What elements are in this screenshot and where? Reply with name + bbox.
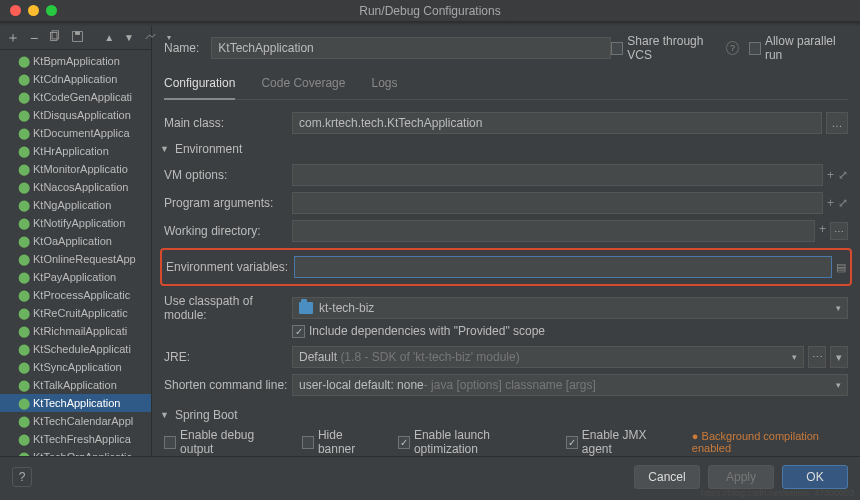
main-class-input[interactable] — [292, 112, 822, 134]
config-item-label: KtBpmApplication — [33, 55, 120, 67]
name-input[interactable] — [211, 37, 611, 59]
config-item-label: KtTalkApplication — [33, 379, 117, 391]
classpath-module-dropdown[interactable]: kt-tech-biz — [292, 297, 848, 319]
config-item-label: KtTechApplication — [33, 397, 120, 409]
config-item-label: KtReCruitApplicatic — [33, 307, 128, 319]
chevron-down-icon: ▼ — [160, 410, 169, 420]
spring-boot-icon: ⬤ — [18, 451, 30, 457]
expand-field-icon[interactable]: ⤢ — [838, 168, 848, 182]
collapse-all-icon[interactable]: ▼ — [124, 32, 134, 43]
config-item-ktrichmailapplicati[interactable]: ⬤KtRichmailApplicati — [0, 322, 151, 340]
config-item-label: KtTechCalendarAppl — [33, 415, 133, 427]
remove-config-icon[interactable]: − — [30, 30, 38, 46]
config-item-kttechapplication[interactable]: ⬤KtTechApplication — [0, 394, 151, 412]
config-item-label: KtNotifyApplication — [33, 217, 125, 229]
config-tree[interactable]: ⬤KtBpmApplication⬤KtCdnApplication⬤KtCod… — [0, 50, 151, 456]
config-item-ktnotifyapplication[interactable]: ⬤KtNotifyApplication — [0, 214, 151, 232]
config-item-ktscheduleapplicati[interactable]: ⬤KtScheduleApplicati — [0, 340, 151, 358]
enable-launch-opt-checkbox[interactable]: Enable launch optimization — [398, 428, 546, 456]
enable-debug-checkbox[interactable]: Enable debug output — [164, 428, 282, 456]
config-item-ktdocumentapplica[interactable]: ⬤KtDocumentApplica — [0, 124, 151, 142]
config-item-ktrecruitapplicatic[interactable]: ⬤KtReCruitApplicatic — [0, 304, 151, 322]
share-vcs-help-icon[interactable]: ? — [726, 41, 739, 55]
shorten-cmd-label: Shorten command line: — [164, 378, 292, 392]
shorten-cmd-dropdown[interactable]: user-local default: none - java [options… — [292, 374, 848, 396]
apply-button[interactable]: Apply — [708, 465, 774, 489]
hide-banner-checkbox[interactable]: Hide banner — [302, 428, 378, 456]
config-item-ktonlinerequestapp[interactable]: ⬤KtOnlineRequestApp — [0, 250, 151, 268]
config-item-ktcodegenapplicati[interactable]: ⬤KtCodeGenApplicati — [0, 88, 151, 106]
config-item-ktngapplication[interactable]: ⬤KtNgApplication — [0, 196, 151, 214]
edit-env-vars-icon[interactable]: ▤ — [836, 261, 846, 274]
module-icon — [299, 302, 313, 314]
config-item-kttechorgapplicatic[interactable]: ⬤KtTechOrgApplicatic — [0, 448, 151, 456]
config-item-label: KtRichmailApplicati — [33, 325, 127, 337]
config-item-ktcdnapplication[interactable]: ⬤KtCdnApplication — [0, 70, 151, 88]
browse-jre-button[interactable]: ⋯ — [808, 346, 826, 368]
spring-boot-icon: ⬤ — [18, 55, 30, 68]
config-item-label: KtCdnApplication — [33, 73, 117, 85]
allow-parallel-checkbox[interactable]: Allow parallel run — [749, 34, 848, 62]
expand-all-icon[interactable]: ▲ — [104, 32, 114, 43]
sidebar-toolbar: ＋ − ▲ ▼ ▾ — [0, 26, 151, 50]
configurations-sidebar: ＋ − ▲ ▼ ▾ ⬤KtBpmApplication⬤KtCdnApplica… — [0, 26, 152, 456]
config-item-kttalkapplication[interactable]: ⬤KtTalkApplication — [0, 376, 151, 394]
spring-boot-icon: ⬤ — [18, 109, 30, 122]
spring-boot-icon: ⬤ — [18, 271, 30, 284]
insert-macro-icon[interactable]: + — [819, 222, 826, 240]
ok-button[interactable]: OK — [782, 465, 848, 489]
spring-boot-icon: ⬤ — [18, 199, 30, 212]
bg-compile-warning: ● Background compilation enabled — [692, 430, 848, 454]
config-item-label: KtMonitorApplicatio — [33, 163, 128, 175]
help-button[interactable]: ? — [12, 467, 32, 487]
spring-boot-section-header[interactable]: ▼ Spring Boot — [160, 408, 848, 422]
config-item-ktmonitorapplicatio[interactable]: ⬤KtMonitorApplicatio — [0, 160, 151, 178]
config-item-label: KtPayApplication — [33, 271, 116, 283]
tab-logs[interactable]: Logs — [371, 70, 397, 99]
share-vcs-checkbox[interactable]: Share through VCS — [611, 34, 722, 62]
config-item-kttechfreshapplica[interactable]: ⬤KtTechFreshApplica — [0, 430, 151, 448]
program-args-input[interactable] — [292, 192, 823, 214]
config-item-label: KtCodeGenApplicati — [33, 91, 132, 103]
add-config-icon[interactable]: ＋ — [6, 29, 20, 47]
environment-section-header[interactable]: ▼ Environment — [160, 142, 848, 156]
insert-macro-icon[interactable]: + — [827, 168, 834, 182]
working-dir-label: Working directory: — [164, 224, 292, 238]
include-provided-checkbox[interactable]: Include dependencies with "Provided" sco… — [292, 324, 545, 338]
config-item-ktoaapplication[interactable]: ⬤KtOaApplication — [0, 232, 151, 250]
config-item-ktsyncapplication[interactable]: ⬤KtSyncApplication — [0, 358, 151, 376]
spring-boot-icon: ⬤ — [18, 181, 30, 194]
jre-dropdown-arrow[interactable]: ▾ — [830, 346, 848, 368]
working-dir-input[interactable] — [292, 220, 815, 242]
spring-boot-icon: ⬤ — [18, 91, 30, 104]
vm-options-input[interactable] — [292, 164, 823, 186]
env-vars-input[interactable] — [294, 256, 832, 278]
config-item-ktbpmapplication[interactable]: ⬤KtBpmApplication — [0, 52, 151, 70]
browse-dir-button[interactable]: ⋯ — [830, 222, 848, 240]
spring-boot-icon: ⬤ — [18, 127, 30, 140]
main-class-label: Main class: — [164, 116, 292, 130]
config-item-ktprocessapplicatic[interactable]: ⬤KtProcessApplicatic — [0, 286, 151, 304]
config-item-kttechcalendarappl[interactable]: ⬤KtTechCalendarAppl — [0, 412, 151, 430]
config-item-label: KtOnlineRequestApp — [33, 253, 136, 265]
spring-boot-icon: ⬤ — [18, 163, 30, 176]
save-config-icon[interactable] — [71, 30, 84, 46]
titlebar: Run/Debug Configurations — [0, 0, 860, 22]
config-item-ktpayapplication[interactable]: ⬤KtPayApplication — [0, 268, 151, 286]
enable-jmx-checkbox[interactable]: Enable JMX agent — [566, 428, 672, 456]
copy-config-icon[interactable] — [48, 30, 61, 46]
config-item-ktdisqusapplication[interactable]: ⬤KtDisqusApplication — [0, 106, 151, 124]
browse-main-class-button[interactable]: … — [826, 112, 848, 134]
tab-code-coverage[interactable]: Code Coverage — [261, 70, 345, 99]
config-item-kthrapplication[interactable]: ⬤KtHrApplication — [0, 142, 151, 160]
spring-boot-icon: ⬤ — [18, 253, 30, 266]
spring-boot-icon: ⬤ — [18, 73, 30, 86]
config-item-label: KtScheduleApplicati — [33, 343, 131, 355]
cancel-button[interactable]: Cancel — [634, 465, 700, 489]
tab-configuration[interactable]: Configuration — [164, 70, 235, 100]
expand-field-icon[interactable]: ⤢ — [838, 196, 848, 210]
vm-options-label: VM options: — [164, 168, 292, 182]
jre-dropdown[interactable]: Default (1.8 - SDK of 'kt-tech-biz' modu… — [292, 346, 804, 368]
insert-macro-icon[interactable]: + — [827, 196, 834, 210]
config-item-ktnacosapplication[interactable]: ⬤KtNacosApplication — [0, 178, 151, 196]
